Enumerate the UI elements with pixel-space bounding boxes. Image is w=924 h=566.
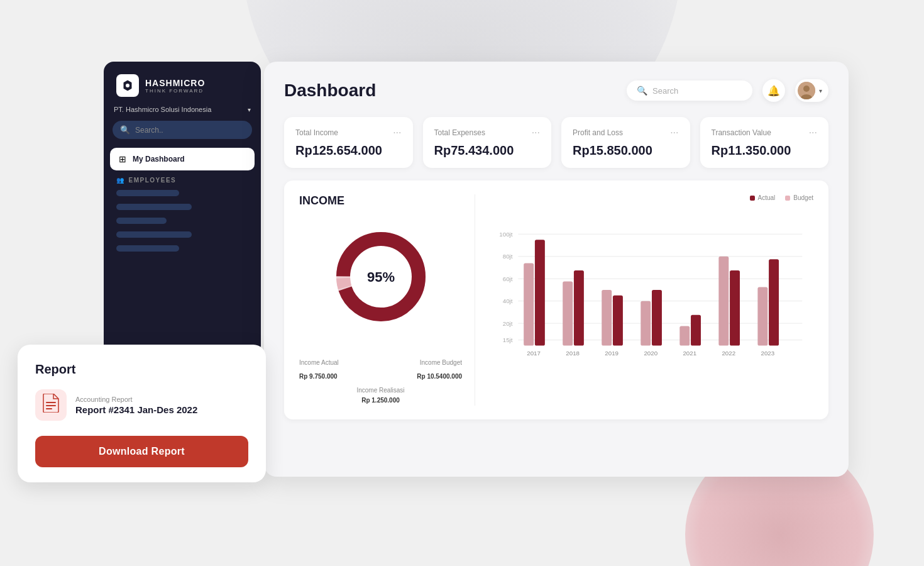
svg-rect-24	[574, 270, 584, 346]
dashboard-header: Dashboard 🔍 🔔 ▾	[284, 79, 828, 102]
download-report-button[interactable]: Download Report	[35, 436, 248, 467]
donut-chart: 95%	[299, 226, 462, 327]
metric-label-3: Transaction Value	[712, 128, 771, 137]
legend-budget: Budget	[785, 194, 813, 201]
svg-text:2018: 2018	[566, 350, 580, 357]
search-box[interactable]: 🔍	[627, 80, 752, 101]
page-title: Dashboard	[284, 80, 376, 101]
search-input[interactable]	[652, 86, 742, 96]
avatar	[798, 82, 815, 99]
brand-tagline: THINK FORWARD	[145, 88, 205, 94]
notification-bell-button[interactable]: 🔔	[762, 79, 785, 102]
report-type: Accounting Report	[75, 396, 197, 403]
income-stats: Income Actual Income Budget Rp 9.750.000…	[299, 358, 462, 406]
sidebar-search-box[interactable]: 🔍	[113, 121, 252, 139]
svg-text:15jt: 15jt	[503, 336, 513, 343]
search-icon: 🔍	[120, 125, 130, 135]
svg-point-0	[126, 84, 129, 87]
sidebar-section-employees: 👥 EMPLOYEES	[104, 170, 261, 187]
svg-text:100jt: 100jt	[499, 231, 512, 238]
metric-card-1: Total Expenses ··· Rp75.434.000	[423, 117, 552, 168]
user-chevron-icon: ▾	[819, 87, 822, 94]
svg-text:2020: 2020	[644, 350, 657, 357]
budget-label: Income Budget	[420, 358, 462, 368]
legend-label-budget: Budget	[793, 194, 813, 201]
metric-dots-3[interactable]: ···	[809, 127, 817, 138]
svg-rect-32	[679, 326, 690, 346]
header-actions: 🔍 🔔 ▾	[627, 79, 828, 102]
logo-text: HASHMICRO THINK FORWARD	[145, 78, 205, 94]
svg-text:2022: 2022	[722, 350, 735, 357]
income-chart-left: INCOME 95% Income Actual Income Budget	[299, 194, 475, 406]
svg-text:95%: 95%	[366, 269, 394, 285]
svg-rect-27	[613, 296, 623, 346]
sidebar-logo: HASHMICRO THINK FORWARD	[104, 62, 261, 106]
metric-value-1: Rp75.434.000	[434, 143, 514, 157]
sidebar-item-dashboard[interactable]: ⊞ My Dashboard	[110, 148, 255, 170]
svg-rect-29	[641, 301, 651, 346]
svg-rect-26	[602, 290, 612, 346]
metric-dots-1[interactable]: ···	[532, 127, 540, 138]
svg-rect-38	[757, 287, 767, 345]
svg-text:2021: 2021	[683, 350, 696, 357]
metric-value-0: Rp125.654.000	[295, 143, 382, 157]
logo-icon	[116, 74, 139, 97]
legend-actual: Actual	[750, 194, 776, 201]
income-bar-chart: Actual Budget 100jt 80jt 60jt 40jt	[475, 194, 813, 406]
bell-icon: 🔔	[767, 85, 780, 97]
budget-value: Rp 10.5400.000	[417, 372, 462, 382]
svg-rect-21	[535, 240, 545, 345]
legend-label-actual: Actual	[758, 194, 776, 201]
income-section: INCOME 95% Income Actual Income Budget	[284, 180, 828, 419]
company-selector[interactable]: PT. Hashmicro Solusi Indonesia ▾	[104, 106, 261, 121]
report-name: Report #2341 Jan-Des 2022	[75, 404, 197, 415]
sidebar-placeholder-4	[116, 231, 192, 238]
dashboard-main-card: Dashboard 🔍 🔔 ▾	[264, 62, 849, 477]
metric-value-3: Rp11.350.000	[712, 143, 791, 157]
sidebar: HASHMICRO THINK FORWARD PT. Hashmicro So…	[104, 62, 261, 357]
metric-label-0: Total Income	[295, 128, 338, 137]
report-item: Accounting Report Report #2341 Jan-Des 2…	[35, 389, 248, 421]
brand-name: HASHMICRO	[145, 78, 205, 88]
report-icon-wrap	[35, 389, 67, 421]
svg-text:2019: 2019	[605, 350, 619, 357]
metric-card-2: Profit and Loss ··· Rp15.850.000	[561, 117, 690, 168]
metric-card-3: Transaction Value ··· Rp11.350.000	[700, 117, 829, 168]
legend-dot-actual	[750, 196, 755, 201]
legend-dot-budget	[785, 196, 790, 201]
svg-rect-35	[718, 257, 729, 346]
svg-text:40jt: 40jt	[503, 297, 513, 304]
report-file-icon	[43, 394, 59, 416]
svg-rect-33	[691, 315, 701, 346]
svg-rect-30	[652, 290, 662, 346]
svg-rect-23	[563, 282, 573, 346]
svg-rect-39	[769, 259, 779, 345]
sidebar-placeholder-3	[116, 218, 167, 224]
report-card: Report Accounting Report Report #2341 Ja…	[18, 345, 266, 482]
income-title: INCOME	[299, 194, 462, 208]
svg-rect-36	[730, 270, 740, 346]
bar-chart-area: 100jt 80jt 60jt 40jt 20jt 15jt 2017	[490, 208, 813, 406]
svg-text:2017: 2017	[527, 350, 541, 357]
metric-label-2: Profit and Loss	[573, 128, 623, 137]
sidebar-placeholder-5	[116, 245, 179, 252]
sidebar-item-label: My Dashboard	[133, 155, 185, 164]
metric-dots-2[interactable]: ···	[670, 127, 678, 138]
sidebar-placeholder-1	[116, 190, 179, 196]
sidebar-placeholder-2	[116, 204, 192, 210]
actual-label: Income Actual	[299, 358, 339, 368]
svg-text:80jt: 80jt	[503, 253, 513, 260]
report-info: Accounting Report Report #2341 Jan-Des 2…	[75, 396, 197, 415]
svg-text:20jt: 20jt	[503, 320, 513, 327]
employees-icon: 👥	[116, 177, 125, 184]
metric-dots-0[interactable]: ···	[393, 127, 401, 138]
actual-value: Rp 9.750.000	[299, 372, 338, 382]
sidebar-search-input[interactable]	[135, 126, 245, 135]
svg-text:60jt: 60jt	[503, 275, 513, 282]
svg-point-2	[803, 86, 810, 92]
metrics-row: Total Income ··· Rp125.654.000 Total Exp…	[284, 117, 828, 168]
dashboard-icon: ⊞	[119, 154, 126, 164]
search-icon: 🔍	[637, 86, 647, 96]
user-menu-button[interactable]: ▾	[795, 79, 828, 102]
svg-rect-20	[524, 263, 534, 345]
